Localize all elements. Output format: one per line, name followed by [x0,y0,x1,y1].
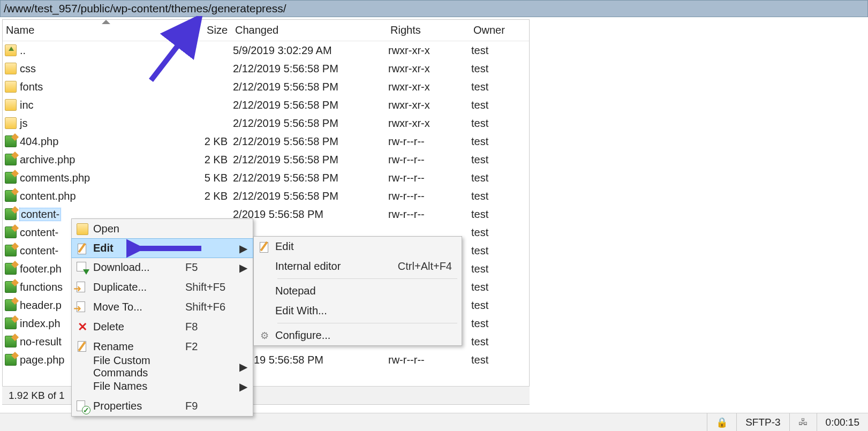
file-row[interactable]: js2/12/2019 5:56:58 PMrwxr-xr-xtest [3,114,529,132]
menu-download[interactable]: Download... F5▶ [72,258,253,277]
network-icon: 🖧 [798,417,808,428]
status-time: 0:00:15 [817,413,868,431]
file-changed: 2/2019 5:56:58 PM [233,208,388,221]
file-name: functions [20,281,63,293]
menu-rename[interactable]: Rename F2 [72,337,253,357]
menu-separator [277,278,457,279]
file-name: inc [20,99,34,111]
file-size: 2 KB [201,190,233,202]
file-owner: test [471,117,519,130]
path-text: /www/test_957/public/wp-content/themes/g… [4,2,286,14]
path-bar[interactable]: /www/test_957/public/wp-content/themes/g… [0,0,868,17]
file-changed: 2/12/2019 5:56:58 PM [233,117,388,130]
file-row[interactable]: comments.php5 KB2/12/2019 5:56:58 PMrw-r… [3,169,529,187]
file-row[interactable]: content.php2 KB2/12/2019 5:56:58 PMrw-r-… [3,187,529,205]
col-name[interactable]: Name [3,21,201,40]
menu-file-names[interactable]: File Names ▶ [72,376,253,396]
file-name: comments.php [20,172,90,184]
file-row[interactable]: archive.php2 KB2/12/2019 5:56:58 PMrw-r-… [3,150,529,169]
menu-separator [277,323,457,323]
status-protocol: SFTP-3 [736,413,789,431]
submenu-arrow-icon: ▶ [239,242,247,255]
php-file-icon [5,226,17,238]
submenu-internal-editor[interactable]: Internal editor Ctrl+Alt+F4 [254,256,462,276]
file-owner: test [471,81,519,93]
lock-icon: 🔒 [716,417,728,428]
file-name: no-result [20,336,62,348]
file-name: js [20,117,27,130]
submenu-edit[interactable]: Edit [254,237,462,256]
duplicate-icon [77,282,88,293]
file-row[interactable]: inc2/12/2019 5:56:58 PMrwxr-xr-xtest [3,96,529,114]
file-owner: test [471,226,519,239]
submenu-edit-with[interactable]: Edit With... [254,301,462,321]
file-changed: 2/12/2019 5:56:58 PM [233,190,388,202]
submenu-arrow-icon: ▶ [239,261,247,274]
submenu-configure[interactable]: ⚙ Configure... [254,326,462,345]
menu-properties[interactable]: Properties F9 [72,396,253,416]
php-file-icon [5,154,17,165]
file-owner: test [471,263,519,275]
file-row[interactable]: fonts2/12/2019 5:56:58 PMrwxr-xr-xtest [3,78,529,96]
file-owner: test [471,281,519,293]
file-row[interactable]: 404.php2 KB2/12/2019 5:56:58 PMrw-r--r--… [3,132,529,150]
menu-moveto[interactable]: Move To... Shift+F6 [72,297,253,317]
status-connection: 🖧 [789,413,817,431]
file-owner: test [471,336,519,348]
sort-indicator-icon [102,20,110,24]
file-owner: test [471,44,519,57]
menu-file-custom-commands[interactable]: File Custom Commands ▶ [72,357,253,376]
delete-icon: ✕ [77,321,88,333]
col-size[interactable]: Size [201,21,233,40]
file-name: header.p [20,299,62,312]
column-headers[interactable]: Name Size Changed Rights Owner [3,20,529,41]
context-menu: Open Edit ▶ Download... F5▶ Duplicate...… [71,218,253,417]
folder-icon [5,117,17,129]
file-changed: 2/12/2019 5:56:58 PM [233,172,388,184]
file-rights: rw-r--r-- [388,208,471,221]
file-changed: 2/12/2019 5:56:58 PM [233,154,388,166]
col-changed[interactable]: Changed [233,21,388,40]
folder-icon [5,99,17,111]
menu-open[interactable]: Open [72,219,253,239]
php-file-icon [5,317,17,329]
php-file-icon [5,245,17,256]
file-row[interactable]: css2/12/2019 5:56:58 PMrwxr-xr-xtest [3,59,529,78]
php-file-icon [5,354,17,366]
file-owner: test [471,208,519,221]
col-rights[interactable]: Rights [388,21,471,40]
file-name: css [20,63,36,75]
edit-icon [259,241,270,253]
file-size: 5 KB [201,172,233,184]
file-owner: test [471,190,519,202]
file-name: 404.php [20,135,58,148]
file-rights: rw-r--r-- [388,135,471,148]
menu-edit[interactable]: Edit ▶ [71,238,253,258]
file-changed: 2/12/2019 5:56:58 PM [233,63,388,75]
file-rights: rwxr-xr-x [388,81,471,93]
file-name: content- [20,245,58,257]
file-rights: rwxr-xr-x [388,99,471,111]
submenu-arrow-icon: ▶ [239,380,247,393]
file-name: content- [20,226,58,239]
selection-status-text: 1.92 KB of 1 [9,390,65,402]
submenu-notepad[interactable]: Notepad [254,281,462,301]
download-icon [77,262,88,274]
edit-submenu: Edit Internal editor Ctrl+Alt+F4 Notepad… [253,236,462,346]
folder-open-icon [77,223,88,235]
file-owner: test [471,299,519,312]
properties-icon [77,400,88,412]
menu-duplicate[interactable]: Duplicate... Shift+F5 [72,277,253,297]
file-owner: test [471,63,519,75]
col-owner[interactable]: Owner [471,21,519,40]
menu-delete[interactable]: ✕ Delete F8 [72,317,253,337]
file-row[interactable]: ..5/9/2019 3:02:29 AMrwxr-xr-xtest [3,41,529,59]
file-owner: test [471,245,519,257]
file-owner: test [471,99,519,111]
submenu-arrow-icon: ▶ [239,360,247,373]
php-file-icon [5,135,17,147]
file-name: fonts [20,81,43,93]
file-rights: rw-r--r-- [388,354,471,366]
file-changed: 2/12/2019 5:56:58 PM [233,99,388,111]
file-name: archive.php [20,154,75,166]
